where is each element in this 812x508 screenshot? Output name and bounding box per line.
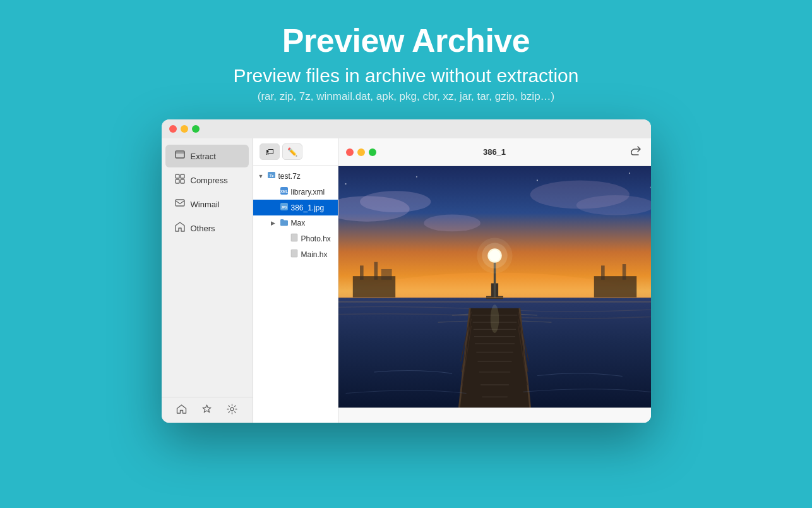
svg-point-19 bbox=[576, 195, 650, 215]
app-background: Preview Archive Preview files in archive… bbox=[0, 0, 812, 508]
settings-footer-btn[interactable] bbox=[227, 404, 237, 416]
preview-min-btn[interactable] bbox=[357, 148, 365, 156]
tag-icon: 🏷 bbox=[265, 147, 274, 157]
preview-image-container bbox=[338, 166, 651, 408]
root-chevron: ▼ bbox=[258, 173, 265, 179]
toolbar-edit-btn[interactable]: ✏️ bbox=[282, 143, 302, 160]
tree-item-library[interactable]: XML library.xml bbox=[253, 184, 338, 200]
svg-rect-53 bbox=[360, 265, 364, 279]
compress-icon bbox=[174, 173, 186, 187]
close-button[interactable] bbox=[169, 125, 177, 133]
folder-chevron: ▶ bbox=[271, 220, 277, 226]
xml-icon: XML bbox=[280, 186, 289, 197]
svg-point-63 bbox=[628, 172, 630, 174]
tree-item-max-folder[interactable]: ▶ Max bbox=[253, 215, 338, 231]
svg-rect-23 bbox=[338, 301, 651, 303]
svg-rect-5 bbox=[176, 200, 184, 206]
pier-image bbox=[338, 166, 651, 408]
svg-text:XML: XML bbox=[280, 190, 288, 193]
home-footer-btn[interactable] bbox=[176, 404, 187, 416]
preview-close-btn[interactable] bbox=[346, 148, 354, 156]
share-button[interactable] bbox=[630, 145, 642, 160]
jpg-filename: 386_1.jpg bbox=[291, 203, 325, 212]
tree-item-photo[interactable]: Photo.hx bbox=[253, 231, 338, 246]
svg-rect-1 bbox=[176, 174, 179, 178]
svg-rect-14 bbox=[291, 250, 297, 257]
preview-traffic-lights bbox=[346, 148, 376, 156]
jpg-icon: JPG bbox=[280, 202, 289, 213]
others-icon bbox=[174, 221, 186, 235]
svg-rect-13 bbox=[291, 234, 297, 241]
svg-rect-54 bbox=[374, 262, 378, 280]
extract-icon bbox=[174, 149, 186, 163]
sidebar-winmail-label: Winmail bbox=[191, 200, 220, 209]
svg-rect-2 bbox=[181, 174, 184, 178]
svg-rect-3 bbox=[176, 179, 179, 183]
preview-area: 386_1 bbox=[338, 138, 651, 423]
svg-rect-58 bbox=[622, 264, 626, 280]
svg-point-50 bbox=[477, 238, 512, 274]
library-filename: library.xml bbox=[291, 188, 325, 197]
preview-bottom-bar bbox=[338, 408, 651, 423]
toolbar: 🏷 ✏️ bbox=[253, 138, 338, 166]
photo-filename: Photo.hx bbox=[301, 234, 331, 243]
star-footer-btn[interactable] bbox=[201, 404, 212, 416]
sidebar-footer bbox=[162, 397, 253, 423]
sidebar: Extract Compress bbox=[162, 138, 253, 423]
maximize-button[interactable] bbox=[192, 125, 200, 133]
svg-point-6 bbox=[230, 408, 234, 411]
tree-item-main[interactable]: Main.hx bbox=[253, 246, 338, 262]
toolbar-tag-btn[interactable]: 🏷 bbox=[260, 143, 280, 160]
sidebar-item-winmail[interactable]: Winmail bbox=[165, 193, 249, 215]
svg-text:7z: 7z bbox=[269, 174, 273, 178]
svg-point-62 bbox=[536, 180, 537, 181]
photo-file-icon bbox=[290, 233, 299, 244]
sidebar-item-extract[interactable]: Extract bbox=[165, 145, 249, 167]
title-bar bbox=[162, 119, 651, 138]
app-subtitle: Preview files in archive without extract… bbox=[234, 65, 579, 87]
sidebar-item-others[interactable]: Others bbox=[165, 217, 249, 239]
preview-title: 386_1 bbox=[483, 147, 506, 157]
svg-point-60 bbox=[345, 183, 346, 184]
sidebar-extract-label: Extract bbox=[191, 152, 216, 161]
svg-rect-0 bbox=[176, 151, 184, 158]
main-filename: Main.hx bbox=[301, 250, 328, 259]
tree-item-386jpg[interactable]: JPG 386_1.jpg bbox=[253, 200, 338, 215]
formats-text: (rar, zip, 7z, winmail.dat, apk, pkg, cb… bbox=[234, 90, 579, 103]
sidebar-others-label: Others bbox=[191, 224, 215, 233]
winmail-icon bbox=[174, 197, 186, 211]
svg-point-61 bbox=[415, 176, 417, 178]
tree-root[interactable]: ▼ 7z test.7z bbox=[253, 168, 338, 184]
svg-point-51 bbox=[490, 305, 498, 333]
svg-point-17 bbox=[360, 191, 431, 213]
sidebar-items: Extract Compress bbox=[162, 138, 253, 397]
svg-rect-56 bbox=[594, 276, 636, 298]
main-file-icon bbox=[290, 249, 299, 260]
archive-icon: 7z bbox=[267, 171, 276, 181]
max-foldername: Max bbox=[291, 219, 306, 227]
header-section: Preview Archive Preview files in archive… bbox=[234, 0, 579, 103]
pencil-icon: ✏️ bbox=[287, 147, 297, 157]
svg-point-20 bbox=[424, 215, 481, 232]
archive-name: test.7z bbox=[278, 172, 301, 181]
preview-max-btn[interactable] bbox=[369, 148, 376, 156]
svg-rect-57 bbox=[601, 265, 605, 279]
sidebar-item-compress[interactable]: Compress bbox=[165, 169, 249, 191]
preview-titlebar: 386_1 bbox=[338, 138, 651, 166]
file-tree: ▼ 7z test.7z bbox=[253, 166, 338, 423]
svg-rect-4 bbox=[181, 179, 184, 183]
minimize-button[interactable] bbox=[181, 125, 188, 133]
svg-rect-55 bbox=[381, 269, 391, 280]
traffic-lights bbox=[169, 125, 200, 133]
window-body: Extract Compress bbox=[162, 138, 651, 423]
folder-icon bbox=[280, 218, 289, 228]
sidebar-compress-label: Compress bbox=[191, 176, 228, 185]
file-list-area: 🏷 ✏️ ▼ 7z bbox=[253, 138, 338, 423]
mac-window: Extract Compress bbox=[162, 119, 651, 423]
svg-text:JPG: JPG bbox=[281, 206, 287, 209]
app-title: Preview Archive bbox=[234, 23, 579, 59]
